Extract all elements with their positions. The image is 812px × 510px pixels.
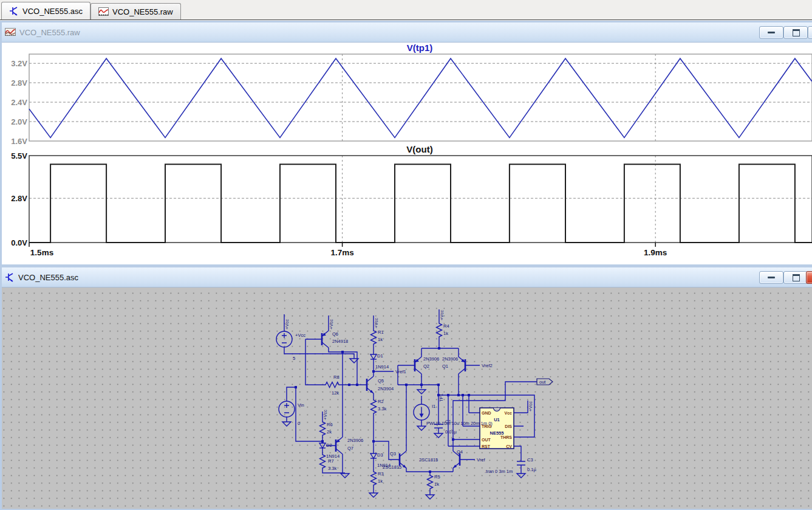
restore-icon (793, 29, 800, 36)
waveform-window-title: VCO_NE555.raw (19, 28, 80, 37)
label-vin-value: 0 (298, 421, 300, 426)
waveform-file-icon (98, 7, 109, 16)
label-c3-value: 0.1µ (527, 467, 536, 472)
text-shape: 1.5ms (30, 248, 53, 257)
text-shape: 2.0V (11, 117, 27, 126)
schematic-window-title: VCO_NE555.asc (18, 273, 78, 282)
rect-shape (457, 394, 460, 396)
label-q1-model: 2N3906 (442, 356, 458, 362)
text-shape: 1.9ms (644, 248, 667, 257)
label-r7-value: 3.3k (328, 466, 336, 471)
label-c1: C1 (445, 419, 451, 424)
label-q6: Q6 (332, 331, 338, 337)
label-r7: R7 (328, 458, 334, 464)
rect-shape (468, 394, 470, 396)
minimize-button[interactable] (759, 271, 783, 284)
text-shape: 2.8V (11, 194, 27, 203)
label-vin: Vin (298, 402, 304, 408)
net-flag-vcc: +Vcc (374, 318, 379, 328)
net-flag-vcc: +Vcc (284, 319, 290, 329)
schematic-window-icon (5, 272, 15, 282)
text-shape: 1.7ms (330, 248, 353, 257)
rect-shape (348, 384, 350, 386)
label-q7-model: 2N3906 (347, 438, 363, 443)
rect-shape (295, 386, 297, 388)
label-q2-model: 2N3906 (423, 356, 439, 362)
tab-vco-ne555-asc[interactable]: VCO_NE555.asc (1, 2, 90, 19)
net-flag-vcc: +Vcc (439, 310, 445, 320)
text-shape: V(out) (406, 144, 432, 154)
label-r8: R8 (333, 374, 339, 380)
label-out-flag: out (539, 379, 546, 385)
text-shape: V(tp1) (407, 43, 433, 53)
pin-gnd: GND (482, 411, 491, 415)
path-shape (494, 408, 500, 412)
waveform-client-area: 3.2V2.8V2.4V2.0V1.6VV(tp1)5.5V2.8V0.0VV(… (2, 43, 812, 264)
label-q1: Q1 (442, 364, 448, 369)
tab-label: VCO_NE555.asc (22, 7, 83, 16)
label-d3: D3 (377, 452, 383, 458)
label-r4: R4 (443, 323, 449, 329)
text-shape: 5.5V (11, 151, 27, 160)
label-q4-model: 2SC1815 (419, 457, 438, 463)
waveform-plot[interactable]: 3.2V2.8V2.4V2.0V1.6VV(tp1)5.5V2.8V0.0VV(… (2, 43, 812, 264)
text-shape: 2.4V (11, 98, 27, 107)
rect-shape (321, 440, 324, 443)
rect-shape (372, 440, 375, 443)
waveform-window-icon (5, 28, 16, 36)
pin-trig: TRIG (482, 424, 492, 429)
label-r4-value: 1k (443, 331, 448, 336)
label-d1-model: 1N914 (375, 364, 389, 370)
file-tab-bar: VCO_NE555.asc VCO_NE555.raw (0, 0, 812, 20)
schematic-grid-background (2, 288, 812, 509)
label-q4: Q4 (457, 449, 463, 455)
waveform-window-titlebar[interactable]: VCO_NE555.raw (2, 22, 812, 43)
rect-shape (341, 351, 344, 353)
label-tran-directive: .tran 0 3m 1m (485, 469, 513, 474)
label-r1-value: 1k (378, 337, 383, 342)
schematic-canvas[interactable]: +Vcc +Vcc +Vcc +Vcc +Vcc +Vcc +Vcc 5 Vin… (2, 288, 812, 509)
label-q7: Q7 (347, 446, 353, 451)
label-q3: Q3 (390, 451, 396, 457)
close-button[interactable] (808, 26, 812, 39)
label-net-vref2: Vref2 (482, 363, 493, 368)
schematic-file-icon (9, 6, 19, 16)
label-r2-value: 3.3k (378, 406, 386, 412)
rect-shape (5, 29, 16, 36)
net-flag-vcc: +Vcc (329, 319, 334, 329)
rect-shape (447, 394, 449, 396)
label-q2: Q2 (423, 364, 429, 369)
restore-button[interactable] (783, 26, 808, 39)
schematic-window: VCO_NE555.asc (0, 266, 812, 510)
label-r8-value: 12k (332, 390, 339, 396)
rect-shape (99, 7, 109, 15)
net-flag-vcc: +Vcc (528, 401, 533, 412)
pin-out: OUT (482, 438, 491, 442)
label-c1-value: 0.01µ (445, 429, 457, 435)
waveform-window: VCO_NE555.raw 3.2V2.8V2.4V2.0V1.6VV(tp1)… (0, 21, 812, 266)
minimize-button[interactable] (759, 26, 783, 39)
label-v1-value: 5 (293, 356, 295, 361)
label-d3-model: 1N914 (377, 463, 391, 468)
ltspice-app: VCO_NE555.asc VCO_NE555.raw VCO_NE555.ra… (0, 0, 812, 510)
label-net-tp1: TP1 (438, 393, 444, 402)
label-v1: +Vcc (295, 333, 305, 338)
label-net-vref1: Vref1 (395, 369, 406, 374)
label-q5: Q5 (378, 378, 384, 384)
pin-vcc: Vcc (505, 411, 513, 415)
label-r6: R6 (327, 422, 333, 427)
label-r1: R1 (378, 329, 384, 335)
label-r3-value: 1k (378, 478, 383, 484)
text-shape: 0.0V (11, 238, 27, 247)
schematic-window-titlebar[interactable]: VCO_NE555.asc (2, 267, 812, 288)
tab-vco-ne555-raw[interactable]: VCO_NE555.raw (90, 3, 181, 19)
rect-shape (437, 384, 440, 386)
schematic-client-area: +Vcc +Vcc +Vcc +Vcc +Vcc +Vcc +Vcc 5 Vin… (2, 288, 812, 509)
rect-shape (462, 394, 464, 396)
minimize-icon (768, 277, 775, 278)
rect-shape (356, 384, 358, 386)
pin-dis: DIS (505, 424, 512, 429)
close-button[interactable] (806, 271, 812, 284)
label-d1: D1 (377, 353, 383, 359)
restore-button[interactable] (783, 271, 808, 284)
